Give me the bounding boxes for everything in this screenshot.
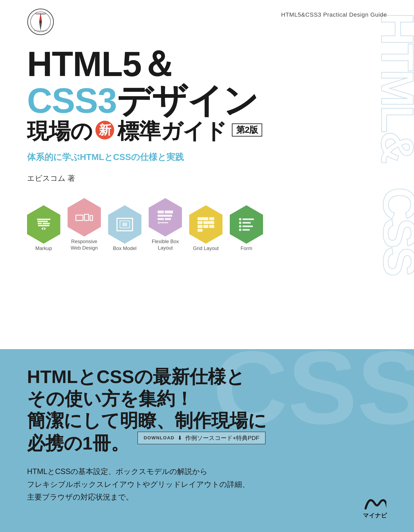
hexagon-grid	[189, 205, 222, 244]
hexagon-flexbox	[149, 198, 182, 237]
svg-text:Web Development: Web Development	[34, 30, 48, 32]
icon-responsive: Responsive Web Design	[67, 198, 101, 251]
hexagon-boxmodel	[108, 205, 141, 244]
icon-label-flexbox: Flexible Box Layout	[149, 238, 182, 251]
compass-logo: Compass Web Development	[27, 8, 54, 35]
top-section: HTML& CSS Compass Web Development HTML5&…	[0, 0, 414, 349]
new-badge: 新	[96, 121, 114, 139]
icon-label-boxmodel: Box Model	[113, 246, 136, 251]
bottom-section: CSS HTMLとCSSの最新仕様と その使い方を集約！ 簡潔にして明瞭、制作現…	[0, 349, 414, 532]
author: エビスコム 著	[27, 173, 387, 183]
icon-label-form: Form	[241, 246, 252, 251]
download-desc: 作例ソースコード+特典PDF	[185, 435, 259, 442]
download-label: DOWNLOAD	[144, 435, 174, 441]
title-line1: HTML5＆	[27, 46, 387, 82]
title-line3: 現場の新標準ガイド第2版	[27, 119, 387, 143]
subtitle: 体系的に学ぶHTMLとCSSの仕様と実践	[27, 151, 387, 163]
icon-label-responsive: Responsive Web Design	[67, 238, 101, 251]
icon-label-grid: Grid Layout	[193, 246, 219, 251]
hexagon-markup	[27, 205, 60, 244]
title-line2: CSS3デザイン	[27, 82, 387, 119]
icon-form: Form	[230, 205, 263, 251]
grid-visual	[198, 217, 214, 232]
bottom-description: HTMLとCSSの基本設定、ボックスモデルの解説から フレキシブルボックスレイア…	[27, 465, 387, 503]
hexagon-responsive	[67, 198, 101, 237]
mynavi-name: マイナビ	[363, 512, 387, 520]
bottom-tagline: HTMLとCSSの最新仕様と その使い方を集約！ 簡潔にして明瞭、制作現場に 必…	[27, 366, 387, 455]
icon-markup: Markup	[27, 205, 60, 251]
svg-marker-3	[39, 22, 42, 31]
icon-grid: Grid Layout	[189, 205, 222, 251]
svg-point-4	[39, 21, 42, 23]
mynavi-symbol	[364, 497, 386, 512]
hexagon-form	[230, 205, 263, 244]
icon-boxmodel: Box Model	[108, 205, 141, 251]
icon-label-markup: Markup	[35, 246, 52, 251]
icons-row: Markup Responsive Web Design	[27, 198, 387, 251]
download-box[interactable]: DOWNLOAD ⬇ 作例ソースコード+特典PDF	[137, 432, 266, 445]
series-title: HTML5&CSS3 Practical Design Guide	[281, 11, 387, 18]
svg-text:Compass: Compass	[35, 12, 46, 15]
main-title: HTML5＆ CSS3デザイン 現場の新標準ガイド第2版	[27, 46, 387, 143]
edition-badge: 第2版	[232, 124, 262, 136]
mynavi-logo: マイナビ	[363, 497, 387, 520]
download-icon: ⬇	[178, 435, 182, 441]
icon-flexbox: Flexible Box Layout	[149, 198, 182, 251]
